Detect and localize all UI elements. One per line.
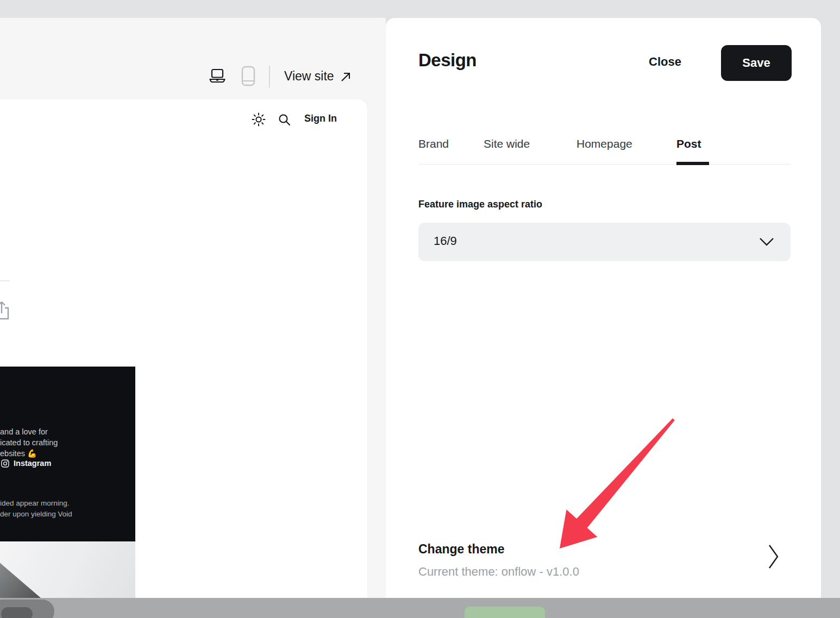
theme-toggle-sun-icon[interactable]: [251, 112, 266, 127]
current-theme-label: Current theme: onflow - v1.0.0: [418, 565, 579, 579]
promo-card: and a love for icated to crafting ebsite…: [0, 367, 135, 541]
share-icon[interactable]: [0, 300, 10, 321]
instagram-link[interactable]: Instagram: [0, 459, 51, 468]
view-site-link[interactable]: View site: [284, 69, 352, 84]
desktop-preview-button[interactable]: [208, 67, 227, 85]
toolbar-divider: [269, 66, 270, 87]
tab-homepage[interactable]: Homepage: [576, 137, 632, 150]
instagram-icon: [1, 459, 9, 468]
close-button[interactable]: Close: [649, 55, 681, 69]
panel-title: Design: [418, 50, 477, 71]
mobile-icon: [241, 66, 255, 86]
mobile-preview-button[interactable]: [241, 66, 256, 86]
chevron-right-icon[interactable]: [768, 544, 780, 570]
aspect-ratio-label: Feature image aspect ratio: [418, 199, 542, 210]
search-icon[interactable]: [278, 113, 292, 127]
photo-rock-shape: [0, 560, 41, 598]
design-settings-panel: [386, 18, 821, 598]
chevron-down-icon: [759, 237, 774, 247]
bottom-screen-edge: [0, 598, 840, 618]
tab-site-wide[interactable]: Site wide: [484, 137, 530, 150]
save-button[interactable]: Save: [721, 45, 792, 81]
tab-post[interactable]: Post: [676, 137, 701, 150]
change-theme-button[interactable]: Change theme: [418, 542, 504, 557]
preview-photo: [0, 541, 135, 598]
promo-quote-text: ided appear morning. der upon yielding V…: [0, 498, 72, 519]
tabs-border: [418, 164, 791, 165]
green-badge: [465, 607, 545, 618]
instagram-label: Instagram: [14, 459, 51, 468]
preview-divider-stub: [0, 280, 10, 281]
active-tab-underline: [676, 162, 709, 165]
ghost-design-settings-screen: View site Sign In and a love for icated …: [0, 0, 840, 618]
dock-blob-inner: [1, 607, 33, 618]
aspect-ratio-value: 16/9: [434, 234, 457, 248]
laptop-icon: [208, 68, 227, 84]
dock-blob: [0, 600, 54, 618]
sign-in-button[interactable]: Sign In: [304, 113, 337, 124]
promo-text: and a love for icated to crafting ebsite…: [0, 426, 58, 459]
tab-brand[interactable]: Brand: [418, 137, 449, 150]
view-site-label: View site: [284, 69, 334, 84]
aspect-ratio-select[interactable]: 16/9: [418, 223, 791, 261]
external-link-arrow-icon: [340, 71, 352, 83]
